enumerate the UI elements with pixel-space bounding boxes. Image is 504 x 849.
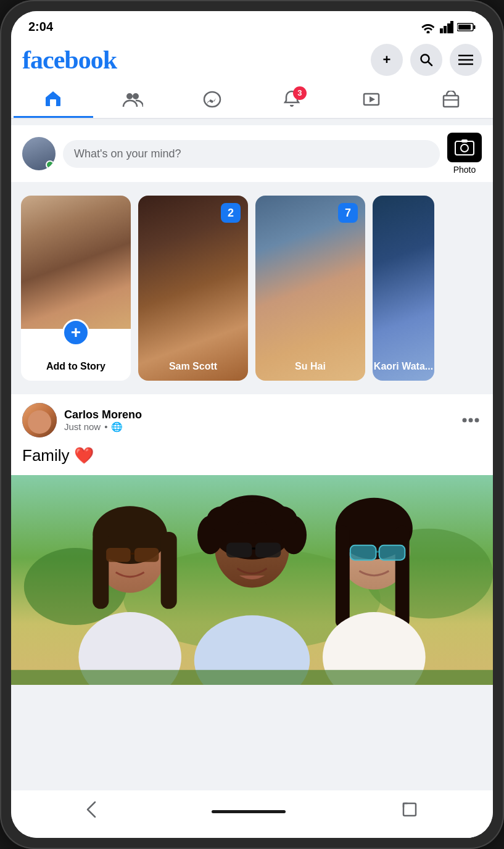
- svg-point-23: [463, 418, 467, 423]
- svg-rect-22: [461, 139, 468, 143]
- search-icon: [419, 52, 434, 67]
- svg-rect-0: [440, 28, 443, 33]
- svg-point-15: [204, 92, 220, 107]
- svg-rect-60: [403, 803, 416, 816]
- svg-rect-34: [106, 548, 131, 562]
- post-composer: What's on your mind? Photo: [11, 125, 493, 182]
- friends-icon: [122, 91, 143, 112]
- svg-rect-12: [50, 99, 56, 106]
- story-kaori[interactable]: Kaori Wata...: [373, 196, 434, 381]
- post-card: Carlos Moreno Just now • 🌐: [11, 394, 493, 685]
- status-bar: 2:04: [11, 11, 493, 39]
- post-more-button[interactable]: [460, 409, 482, 431]
- signal-icon: [440, 21, 453, 33]
- user-avatar: [22, 137, 56, 170]
- photo-button[interactable]: Photo: [447, 133, 482, 175]
- tab-messenger[interactable]: [173, 83, 252, 118]
- svg-rect-20: [455, 141, 474, 155]
- story-su-hai[interactable]: 7 Su Hai: [255, 196, 365, 381]
- messenger-icon: [203, 91, 221, 112]
- post-meta: Just now • 🌐: [64, 421, 452, 433]
- svg-rect-33: [161, 532, 177, 609]
- add-story-label: Add to Story: [21, 361, 131, 372]
- svg-rect-5: [474, 25, 476, 29]
- svg-rect-45: [226, 543, 252, 558]
- svg-marker-17: [370, 96, 375, 102]
- post-user-info: Carlos Moreno Just now • 🌐: [64, 408, 452, 433]
- story-name-sam: Sam Scott: [138, 361, 248, 372]
- tab-friends[interactable]: [93, 83, 173, 118]
- dot-separator: •: [104, 421, 107, 432]
- globe-icon: 🌐: [111, 421, 123, 433]
- story-bg-kaori: [373, 196, 434, 381]
- bottom-navigation: [11, 790, 493, 838]
- story-bg-sam: [138, 196, 248, 381]
- add-button[interactable]: +: [371, 44, 403, 76]
- home-indicator: [212, 810, 286, 813]
- status-time: 2:04: [28, 20, 53, 34]
- post-content: Family ❤️: [11, 446, 493, 475]
- menu-button[interactable]: [450, 44, 482, 76]
- svg-point-13: [126, 93, 133, 99]
- phone-frame: 2:04: [0, 0, 504, 849]
- search-button[interactable]: [410, 44, 442, 76]
- tab-marketplace[interactable]: [411, 83, 490, 118]
- carlos-avatar-image: [22, 403, 57, 437]
- hamburger-icon: [458, 54, 473, 65]
- svg-rect-6: [458, 25, 471, 30]
- svg-point-21: [461, 144, 468, 152]
- add-story-card[interactable]: + Add to Story: [21, 196, 131, 381]
- rotate-button[interactable]: [401, 801, 418, 822]
- what-on-mind-input[interactable]: What's on your mind?: [63, 140, 440, 168]
- story-count-su: 7: [338, 203, 358, 223]
- battery-icon: [457, 22, 476, 32]
- story-name-kaori: Kaori Wata...: [373, 361, 434, 372]
- svg-rect-18: [444, 96, 458, 107]
- photo-icon: [447, 133, 482, 162]
- post-timestamp: Just now: [64, 421, 101, 432]
- back-button[interactable]: [86, 800, 97, 823]
- notification-badge: 3: [293, 86, 307, 100]
- story-sam-scott[interactable]: 2 Sam Scott: [138, 196, 248, 381]
- facebook-logo: facebook: [22, 45, 117, 75]
- svg-rect-54: [379, 545, 405, 560]
- post-text: Family ❤️: [22, 446, 94, 465]
- svg-rect-35: [134, 548, 159, 562]
- svg-rect-46: [255, 543, 281, 558]
- main-content: What's on your mind? Photo: [11, 119, 493, 790]
- family-photo-svg: [11, 475, 493, 685]
- svg-rect-52: [395, 525, 410, 628]
- svg-line-8: [428, 62, 432, 65]
- svg-point-14: [133, 93, 139, 99]
- svg-rect-53: [350, 545, 376, 560]
- svg-point-24: [469, 418, 473, 423]
- face: [28, 410, 51, 434]
- home-icon: [44, 89, 62, 111]
- svg-rect-2: [447, 23, 450, 33]
- svg-rect-59: [11, 670, 493, 685]
- wifi-icon: [420, 21, 436, 33]
- svg-rect-3: [450, 21, 453, 33]
- watch-icon: [362, 91, 381, 112]
- bell-icon: 3: [283, 90, 300, 113]
- marketplace-icon: [442, 91, 460, 112]
- stories-section: + Add to Story 2 Sam Scott 7 Su Hai: [11, 188, 493, 388]
- post-author-avatar[interactable]: [22, 403, 57, 437]
- svg-rect-1: [444, 26, 447, 33]
- svg-rect-51: [336, 525, 350, 628]
- nav-tabs: 3: [11, 83, 493, 119]
- status-icons: [420, 21, 476, 33]
- online-indicator: [46, 160, 54, 169]
- svg-point-25: [475, 418, 479, 423]
- post-image: [11, 475, 493, 685]
- story-name-su: Su Hai: [255, 361, 365, 372]
- post-author-name[interactable]: Carlos Moreno: [64, 408, 452, 421]
- app-header: facebook +: [11, 39, 493, 83]
- story-bg-su: [255, 196, 365, 381]
- tab-notifications[interactable]: 3: [252, 83, 331, 118]
- tab-watch[interactable]: [331, 83, 411, 118]
- story-count-sam: 2: [221, 203, 241, 223]
- tab-home[interactable]: [14, 83, 93, 118]
- svg-rect-32: [93, 532, 109, 609]
- story-add-icon: +: [62, 319, 89, 346]
